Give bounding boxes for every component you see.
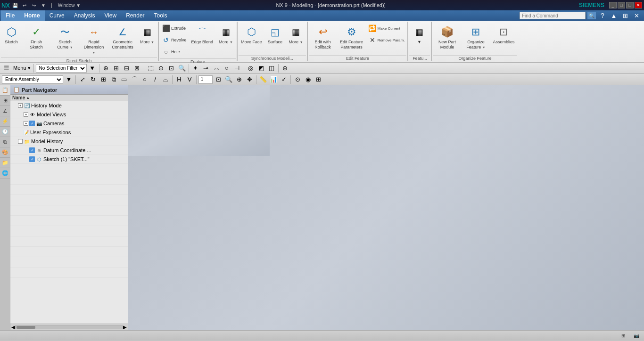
zoom-out-icon[interactable]: 🔍 [224,75,233,84]
line-icon[interactable]: / [150,75,160,84]
zoom-in-icon[interactable]: 🔍 [177,64,187,73]
left-tab-navigator[interactable]: 📋 [0,85,10,96]
menu-file[interactable]: File [1,10,19,21]
more-sync-button[interactable]: ▦ More ▼ [286,23,306,47]
menu-icon[interactable]: ☰ [2,64,11,73]
constraint-h-icon[interactable]: H [174,75,184,84]
selection-filter[interactable]: No Selection Filter [36,64,87,73]
ellipse-icon[interactable]: ○ [140,75,149,84]
circle-snap-icon[interactable]: ○ [222,64,231,73]
expand-cameras[interactable]: + [24,121,28,126]
menu-curve[interactable]: Curve [45,10,69,21]
finish-sketch-button[interactable]: ✓ Finish Sketch [22,23,50,52]
check-icon[interactable]: ✓ [279,75,289,84]
deselect-icon[interactable]: ⊟ [122,64,132,73]
sort-icon[interactable]: ▲ [26,96,30,100]
quick-access-more[interactable]: ▼ [40,1,47,9]
hole-small-button[interactable]: ○ Hole [160,46,189,57]
tree-row-cameras[interactable]: + ✓ 📷 Cameras [10,119,128,128]
view-number-input[interactable] [198,75,213,84]
restore-button[interactable]: □ [618,2,625,8]
make-current-btn[interactable]: 🔁 Make Current [366,23,407,34]
tree-row-datum-coordinate[interactable]: ✓ ⊕ Datum Coordinate ... [10,146,128,155]
left-tab-history[interactable]: 🕐 [0,127,10,137]
expand-model-views[interactable]: + [24,112,28,117]
menu-home[interactable]: Home [19,10,44,21]
pan-icon[interactable]: ✥ [245,75,254,84]
rapid-dimension-button[interactable]: ↔ Rapid Dimension ▼ [80,23,108,57]
close-button[interactable]: ✕ [635,2,642,8]
shade-icon[interactable]: ◩ [256,64,266,73]
tangent-snap-icon[interactable]: ⊣ [232,64,242,73]
save-icon[interactable]: 💾 [11,1,19,9]
search-input[interactable] [520,12,586,19]
ribbon-minimize-button[interactable]: ▲ [609,11,619,20]
app-settings-button[interactable]: ⊞ [620,11,630,20]
menu-view[interactable]: View [99,10,121,21]
geometric-constraints-button[interactable]: ∠ Geometric Constraints [108,23,137,52]
sketch-button[interactable]: ⬡ Sketch [1,23,22,47]
edit-feature-params-button[interactable]: ⚙ Edit Feature Parameters [338,23,366,52]
revolve-small-button[interactable]: ↺ Revolve [160,34,189,46]
mesh-icon[interactable]: ⊞ [314,75,323,84]
left-tab-constraints[interactable]: ∠ [0,106,10,116]
selection-filter-dropdown[interactable]: ▼ [88,64,97,73]
edit-node-icon[interactable]: ⊙ [293,75,302,84]
assembly-filter[interactable]: Entire Assembly [2,75,63,84]
render-icon[interactable]: ◎ [246,64,256,73]
extrude-small-button[interactable]: ⬛ Extrude [160,23,189,34]
zoom-fit-icon[interactable]: ⊡ [214,75,223,84]
assembly-filter-dropdown[interactable]: ▼ [64,75,74,84]
menu-analysis[interactable]: Analysis [69,10,100,21]
move-icon[interactable]: ⤢ [78,75,87,84]
left-tab-reuse[interactable]: 📁 [0,158,10,168]
menu-tools[interactable]: Tools [149,10,172,21]
tree-row-model-views[interactable]: + 👁 Model Views [10,110,128,119]
left-tab-colors[interactable]: 🎨 [0,147,10,158]
undo-icon[interactable]: ↩ [21,1,28,9]
left-tab-layers[interactable]: ⧉ [0,137,10,147]
view3d-icon[interactable]: ⬚ [146,64,156,73]
more-feature-button[interactable]: ▦ More ▼ [216,23,236,47]
viewport[interactable]: X Y Z Z X Y [128,85,644,330]
line-snap-icon[interactable]: ⊸ [201,64,211,73]
redo-icon[interactable]: ↪ [30,1,38,9]
snap-icon[interactable]: ⊕ [101,64,111,73]
select-all-icon[interactable]: ⊞ [112,64,121,73]
edge-blend-button[interactable]: ⌒ Edge Blend [189,23,216,47]
new-part-module-button[interactable]: 📦 New Part Module [433,23,461,52]
arc-icon[interactable]: ⌒ [130,75,139,84]
more-toolbar-icon[interactable]: ⊕ [281,64,290,73]
zoom-in-icon2[interactable]: ⊕ [234,75,244,84]
point-snap-icon[interactable]: ✦ [191,64,200,73]
part-navigator-scrollbar[interactable]: ◀ ▶ [10,324,128,330]
expand-history[interactable]: + [18,103,23,108]
edit-rollback-button[interactable]: ↩ Edit with Rollback [309,23,337,52]
fit-icon[interactable]: ⊡ [167,64,176,73]
horizontal-scroll-track[interactable] [15,325,123,329]
sketch-curve-button[interactable]: 〜 Sketch Curve ▼ [51,23,79,52]
organize-feature-button[interactable]: ⊞ Organize Feature ▼ [462,23,490,52]
surface-button[interactable]: ◱ Surface [265,23,286,47]
feature-more-button[interactable]: ▦ ▼ [409,23,429,47]
app-close-button[interactable]: ✕ [632,11,641,20]
menu-render[interactable]: Render [121,10,149,21]
wireframe-icon[interactable]: ◫ [267,64,276,73]
help-button[interactable]: ? [598,11,607,20]
layer-icon[interactable]: ⧉ [109,75,118,84]
sketch-view-icon[interactable]: ▭ [119,75,129,84]
node-icon[interactable]: ◉ [303,75,313,84]
minimize-button[interactable]: _ [609,2,617,8]
assemblies-button[interactable]: ⊡ Assemblies [490,23,517,47]
tree-row-sketch1[interactable]: ✓ ⬡ Sketch (1) "SKET..." [10,155,128,164]
measure-icon[interactable]: 📏 [258,75,268,84]
snap-to-grid-icon[interactable]: ⊞ [99,75,108,84]
tree-row-user-expressions[interactable]: 📝 User Expressions [10,128,128,137]
search-button[interactable]: 🔍 [587,12,596,19]
analysis-icon[interactable]: 📊 [269,75,278,84]
menu-label[interactable]: Menu ▾ [12,65,32,71]
left-tab-web[interactable]: 🌐 [0,168,10,179]
move-face-button[interactable]: ⬡ Move Face [239,23,264,47]
left-tab-simulation[interactable]: ⚡ [0,116,10,127]
arc-snap-icon[interactable]: ⌓ [212,64,221,73]
